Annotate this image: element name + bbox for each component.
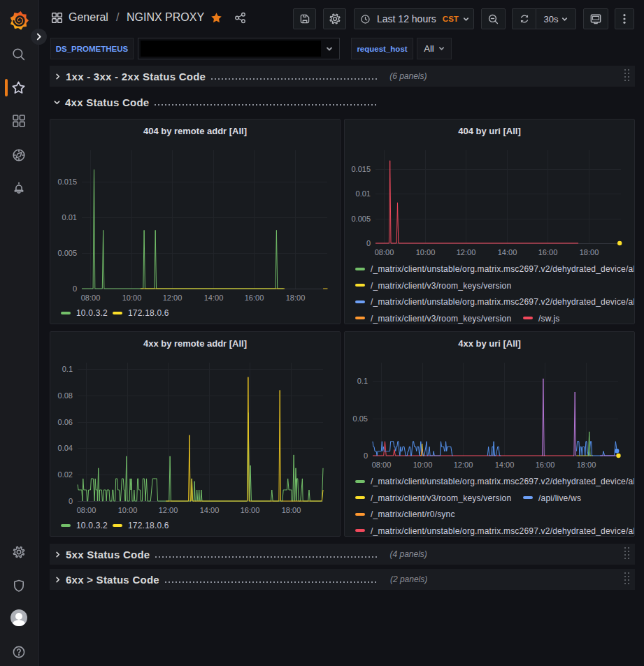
svg-text:0.06: 0.06 — [58, 418, 73, 426]
svg-text:18:00: 18:00 — [282, 506, 301, 514]
svg-text:0.02: 0.02 — [58, 470, 73, 479]
svg-text:10:00: 10:00 — [416, 248, 436, 256]
svg-text:16:00: 16:00 — [536, 461, 555, 469]
svg-text:18:00: 18:00 — [580, 248, 599, 256]
svg-text:12:00: 12:00 — [163, 294, 183, 302]
svg-text:10:00: 10:00 — [118, 506, 138, 514]
svg-text:12:00: 12:00 — [454, 461, 473, 469]
svg-text:0.01: 0.01 — [62, 213, 77, 222]
svg-text:10:00: 10:00 — [122, 294, 142, 302]
svg-text:12:00: 12:00 — [457, 248, 476, 256]
svg-text:16:00: 16:00 — [245, 294, 264, 302]
svg-text:0: 0 — [69, 497, 73, 505]
svg-text:0.08: 0.08 — [58, 391, 73, 400]
svg-text:0.05: 0.05 — [353, 414, 368, 423]
svg-text:16:00: 16:00 — [241, 506, 260, 514]
svg-text:08:00: 08:00 — [77, 506, 96, 514]
svg-text:0.005: 0.005 — [57, 249, 77, 257]
svg-text:08:00: 08:00 — [375, 248, 394, 256]
svg-text:0.01: 0.01 — [356, 189, 371, 198]
svg-text:0.005: 0.005 — [351, 215, 371, 223]
svg-text:10:00: 10:00 — [413, 461, 433, 469]
svg-text:0.015: 0.015 — [351, 165, 371, 173]
svg-text:0: 0 — [73, 284, 77, 293]
svg-text:12:00: 12:00 — [159, 506, 178, 514]
svg-text:14:00: 14:00 — [204, 294, 224, 302]
svg-text:0: 0 — [364, 451, 368, 460]
svg-text:0.1: 0.1 — [357, 377, 368, 385]
svg-text:14:00: 14:00 — [495, 461, 515, 469]
svg-text:0.04: 0.04 — [58, 444, 73, 452]
svg-text:0.1: 0.1 — [62, 365, 73, 373]
svg-text:16:00: 16:00 — [538, 248, 558, 256]
svg-text:0: 0 — [366, 239, 371, 247]
svg-text:08:00: 08:00 — [372, 461, 392, 469]
svg-text:18:00: 18:00 — [577, 461, 596, 469]
svg-text:18:00: 18:00 — [286, 294, 306, 302]
svg-text:08:00: 08:00 — [81, 294, 101, 302]
svg-text:0.015: 0.015 — [57, 178, 77, 186]
svg-text:14:00: 14:00 — [200, 506, 220, 514]
svg-text:14:00: 14:00 — [498, 248, 517, 256]
